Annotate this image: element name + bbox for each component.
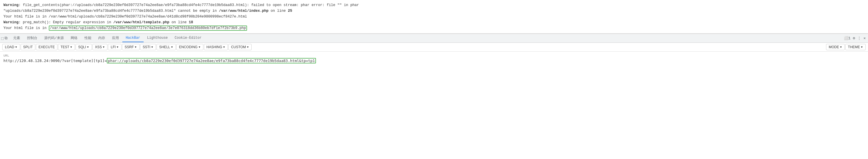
hackbar-custom-label: CUSTOM bbox=[231, 45, 246, 49]
hackbar-shell-label: SHELL bbox=[159, 45, 170, 49]
hackbar-hashing-arrow: ▼ bbox=[223, 45, 225, 49]
hackbar-theme-arrow: ▼ bbox=[861, 45, 863, 49]
hackbar-encoding-label: ENCODING bbox=[179, 45, 197, 49]
hackbar-ssti-arrow: ▼ bbox=[151, 45, 153, 49]
hackbar-test-label: TEST bbox=[61, 45, 69, 49]
warning-label-2: Warning bbox=[3, 20, 19, 24]
hackbar-xss-arrow: ▼ bbox=[102, 45, 105, 49]
warning-linenum-2: 18 bbox=[189, 20, 193, 24]
hackbar-test-arrow: ▼ bbox=[70, 45, 72, 49]
hackbar-sqli-button[interactable]: SQLI ▼ bbox=[75, 44, 92, 50]
hackbar-theme-label: THEME bbox=[848, 45, 860, 49]
hackbar-execute-button[interactable]: EXECUTE bbox=[36, 44, 57, 50]
tab-application[interactable]: 应用 bbox=[108, 34, 122, 43]
devtools-mobile-icon[interactable]: ⧉ bbox=[5, 36, 7, 40]
devtools-settings-icon[interactable]: ⚙ bbox=[853, 36, 855, 40]
warning-text-5: Your html file is in bbox=[3, 26, 49, 30]
hackbar-sqli-label: SQLI bbox=[78, 45, 86, 49]
warning-line-3: Your html file is in /var/www/html/uploa… bbox=[3, 14, 865, 20]
tab-lighthouse[interactable]: Lighthouse bbox=[144, 34, 171, 42]
hackbar-mode-label: MODE bbox=[829, 45, 839, 49]
devtools-close-icon[interactable]: ✕ bbox=[863, 36, 866, 40]
warning-linenum-1: 25 bbox=[288, 9, 292, 13]
warning-text-1: : file_get_contents(phar://uploads/cb8a7… bbox=[19, 3, 359, 7]
tab-memory[interactable]: 内存 bbox=[95, 34, 108, 43]
warning-section: Warning: file_get_contents(phar://upload… bbox=[0, 0, 868, 34]
warning-text-3: Your html file is in /var/www/html/uploa… bbox=[3, 14, 247, 19]
hackbar-ssrf-arrow: ▼ bbox=[134, 45, 137, 49]
devtools-icons-right: ⬜1 ⚙ ⋮ ✕ bbox=[844, 36, 867, 40]
tab-sources[interactable]: 源代码/来源 bbox=[41, 34, 67, 43]
hackbar-sqli-arrow: ▼ bbox=[87, 45, 89, 49]
warning-line-4: Warning: preg_match(): Empty regular exp… bbox=[3, 20, 865, 25]
tab-console[interactable]: 控制台 bbox=[24, 34, 41, 43]
devtools-inspect-icon[interactable]: ⬚ bbox=[1, 36, 3, 41]
hackbar-custom-button[interactable]: CUSTOM ▼ bbox=[228, 44, 252, 50]
warning-text-4b: on line bbox=[169, 20, 189, 24]
hackbar-test-button[interactable]: TEST ▼ bbox=[58, 44, 75, 50]
warning-line-1: Warning: file_get_contents(phar://upload… bbox=[3, 2, 865, 8]
warning-text-4a: : preg_match(): Empty regular expression… bbox=[19, 20, 114, 24]
hackbar-encoding-arrow: ▼ bbox=[198, 45, 201, 49]
tab-performance[interactable]: 性能 bbox=[81, 34, 95, 43]
hackbar-xss-button[interactable]: XSS ▼ bbox=[92, 44, 108, 50]
hackbar-split-button[interactable]: SPLIT bbox=[21, 44, 35, 50]
hackbar-encoding-button[interactable]: ENCODING ▼ bbox=[176, 44, 204, 50]
hackbar-lfi-label: LFI bbox=[111, 45, 116, 49]
warning-line-2: "uploads/cb8a7229e230ef0d397727e74a2ee8a… bbox=[3, 8, 865, 14]
hackbar-hashing-button[interactable]: HASHING ▼ bbox=[204, 44, 228, 50]
hackbar-load-button[interactable]: LOAD ▼ bbox=[2, 44, 20, 50]
hackbar-shell-button[interactable]: SHELL ▼ bbox=[157, 44, 176, 50]
url-highlight: phar://uploads/cb8a7229e230ef0d397727e74… bbox=[107, 58, 316, 63]
hackbar-hashing-label: HASHING bbox=[207, 45, 222, 49]
warning-path-2: /var/www/html/template.php bbox=[114, 20, 169, 24]
warning-label-1: Warning bbox=[3, 3, 19, 7]
warning-highlight-path: /var/www/html/uploads/cb8a7229e230ef0d39… bbox=[49, 26, 247, 31]
url-prefix: http://120.48.128.24:9090/?var[template]… bbox=[3, 59, 107, 63]
devtools-tabbar: ⬚ ⧉ 元素 控制台 源代码/来源 网络 性能 内存 应用 HackBar Li… bbox=[0, 34, 868, 43]
hackbar-ssrf-label: SSRF bbox=[125, 45, 134, 49]
devtools-dock-icon[interactable]: ⬜1 bbox=[844, 36, 851, 40]
hackbar-lfi-arrow: ▼ bbox=[116, 45, 119, 49]
tab-cookie-editor[interactable]: Cookie-Editor bbox=[171, 34, 205, 42]
hackbar-xss-label: XSS bbox=[95, 45, 102, 49]
hackbar-theme-button[interactable]: THEME ▼ bbox=[845, 44, 866, 50]
hackbar-load-arrow: ▼ bbox=[15, 45, 18, 49]
url-value: http://120.48.128.24:9090/?var[template]… bbox=[3, 58, 865, 64]
warning-line-5: Your html file is in /var/www/html/uploa… bbox=[3, 25, 865, 31]
hackbar-lfi-button[interactable]: LFI ▼ bbox=[108, 44, 121, 50]
hackbar-ssrf-button[interactable]: SSRF ▼ bbox=[122, 44, 140, 50]
warning-text-2a: "uploads/cb8a7229e230ef0d397727e74a2ee8a… bbox=[3, 9, 219, 13]
hackbar-toolbar: LOAD ▼ SPLIT EXECUTE TEST ▼ SQLI ▼ XSS ▼… bbox=[0, 43, 868, 52]
hackbar-mode-button[interactable]: MODE ▼ bbox=[826, 44, 845, 50]
hackbar-split-label: SPLIT bbox=[23, 45, 33, 49]
hackbar-ssti-button[interactable]: SSTI ▼ bbox=[140, 44, 156, 50]
hackbar-mode-arrow: ▼ bbox=[840, 45, 842, 49]
hackbar-execute-label: EXECUTE bbox=[38, 45, 55, 49]
hackbar-custom-arrow: ▼ bbox=[246, 45, 249, 49]
url-section: URL http://120.48.128.24:9090/?var[templ… bbox=[0, 52, 868, 66]
tab-hackbar[interactable]: HackBar bbox=[122, 34, 144, 42]
hackbar-ssti-label: SSTI bbox=[143, 45, 151, 49]
tab-network[interactable]: 网络 bbox=[67, 34, 81, 43]
warning-text-2b: on line bbox=[269, 9, 288, 13]
devtools-more-icon[interactable]: ⋮ bbox=[857, 36, 861, 40]
devtools-icons-left: ⬚ ⧉ bbox=[1, 36, 10, 41]
warning-path-1: /var/www/html/index.php bbox=[219, 9, 269, 13]
hackbar-shell-arrow: ▼ bbox=[170, 45, 173, 49]
url-label: URL bbox=[3, 54, 865, 57]
hackbar-load-label: LOAD bbox=[5, 45, 14, 49]
tab-elements[interactable]: 元素 bbox=[10, 34, 24, 43]
